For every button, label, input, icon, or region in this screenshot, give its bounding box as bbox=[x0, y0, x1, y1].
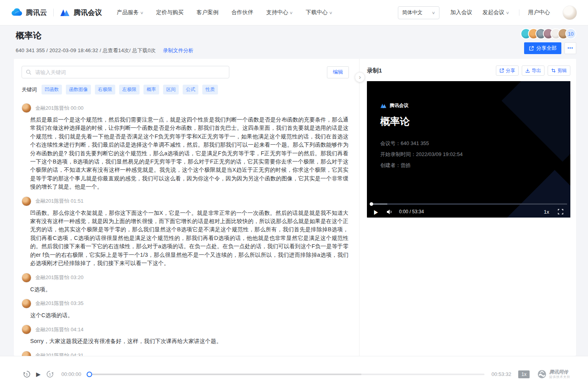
keyword-tag[interactable]: 左极限 bbox=[119, 85, 140, 94]
search-box[interactable] bbox=[22, 66, 229, 78]
fullscreen-icon[interactable] bbox=[558, 209, 563, 214]
speaker-avatar bbox=[22, 299, 31, 309]
video-time: 0:00 / 53:34 bbox=[399, 209, 424, 214]
transcript-panel: 编辑 关键词 凹函数 函数图像 右极限 左极限 概率 区间 公式 性质 金融20… bbox=[14, 59, 359, 356]
video-seek-bar[interactable] bbox=[370, 203, 567, 205]
keyword-tag[interactable]: 凹函数 bbox=[42, 85, 62, 94]
video-controls-right: 1x bbox=[544, 209, 563, 215]
entry-header: 金融201陈晋怡 00:00 bbox=[22, 103, 351, 113]
brand-name: 腾讯同传 bbox=[549, 370, 570, 375]
tencent-meeting-logo[interactable]: 腾讯会议 bbox=[60, 8, 102, 17]
chevron-right-icon: › bbox=[359, 74, 361, 80]
tencent-cloud-logo[interactable]: 腾讯云 bbox=[11, 8, 47, 17]
language-value: 简体中文 bbox=[402, 9, 423, 16]
video-watermark: 腾讯会议 bbox=[380, 102, 408, 109]
keyword-tag[interactable]: 概率 bbox=[143, 85, 159, 94]
brand-cloud-label: 腾讯云 bbox=[26, 8, 47, 17]
entry-text: C选项。 bbox=[30, 285, 348, 294]
search-row: 编辑 bbox=[22, 66, 351, 78]
speaker-and-time: 金融201陈晋怡 03:20 bbox=[35, 274, 83, 281]
transcript-entry[interactable]: 金融201陈晋怡 03:20 C选项。 bbox=[22, 273, 351, 294]
video-creator: 创建者：曾皓 bbox=[380, 162, 411, 169]
transcript-entry[interactable]: 金融201陈晋怡 04:14 Sorry，大家这题我还是没有很准备好，这样，我们… bbox=[22, 325, 351, 345]
recording-meta: 640 341 355 / 2022-03-09 18:46:32 / 总查看1… bbox=[16, 47, 156, 54]
tencent-translate-icon bbox=[537, 370, 546, 379]
entry-header: 金融201陈晋怡 03:20 bbox=[22, 273, 351, 283]
video-speed-button[interactable]: 1x bbox=[544, 209, 549, 215]
keyword-tag[interactable]: 函数图像 bbox=[66, 85, 91, 94]
meeting-icon bbox=[60, 9, 71, 17]
speaker-avatar bbox=[22, 325, 31, 334]
share-button[interactable]: 分享 bbox=[496, 65, 519, 76]
main-content-card: 编辑 关键词 凹函数 函数图像 右极限 左极限 概率 区间 公式 性质 金融20… bbox=[14, 59, 576, 356]
rewind-5-button[interactable]: 5 bbox=[23, 370, 31, 378]
video-panel-header: 录制1 分享 导出 bbox=[359, 59, 576, 80]
brand-text: 腾讯同传 提供技术支持 bbox=[549, 370, 570, 379]
slider-handle[interactable] bbox=[87, 372, 92, 377]
language-select[interactable]: 简体中文 ∨ bbox=[398, 6, 439, 19]
nav-item-products[interactable]: 产品服务∨ bbox=[117, 9, 143, 16]
speaker-and-time: 金融201陈晋怡 00:00 bbox=[35, 105, 83, 112]
user-center-link[interactable]: 用户中心 bbox=[528, 9, 550, 16]
video-play-button[interactable]: ▶ bbox=[374, 208, 378, 215]
search-icon bbox=[26, 69, 31, 75]
collapse-panel-button[interactable]: › bbox=[355, 72, 365, 82]
keyword-tag[interactable]: 区间 bbox=[163, 85, 179, 94]
entry-text: 然后是最后一个是这个规范性，然后我们需要注意一点，就是这四个性质是我们判断一个函… bbox=[30, 116, 348, 191]
video-player[interactable]: 腾讯会议 概率论 会议号：640 341 355 开始录制时间：2022/03/… bbox=[367, 81, 570, 218]
participant-count-badge[interactable]: 10 bbox=[565, 28, 576, 39]
transcript-entry[interactable]: 金融201陈晋怡 04:31 那我们先不看C，我们先来看一下。先来看一下第的话，… bbox=[22, 351, 351, 356]
chevron-down-icon: ∨ bbox=[289, 11, 293, 15]
slider-buffer bbox=[87, 374, 361, 375]
entry-text: 凹函数。那么你这个衣架就是，那你这下面这个一加X，它是一个。就是非常正常的一个一… bbox=[30, 209, 348, 268]
volume-icon[interactable] bbox=[387, 209, 393, 215]
video-controls: ▶ 0:00 / 53:34 1x bbox=[367, 206, 570, 218]
start-meeting-link[interactable]: 发起会议∨ bbox=[483, 9, 509, 16]
nav-item-support[interactable]: 支持中心∨ bbox=[266, 9, 292, 16]
edit-button[interactable]: 编辑 bbox=[327, 66, 349, 78]
nav-item-pricing[interactable]: 定价与购买 bbox=[156, 9, 183, 16]
svg-text:5: 5 bbox=[26, 372, 28, 376]
chevron-down-icon: ∨ bbox=[329, 11, 333, 15]
nav-item-cases[interactable]: 客户案例 bbox=[196, 9, 218, 16]
playback-slider[interactable] bbox=[87, 372, 485, 377]
playback-play-button[interactable]: ▶ bbox=[36, 371, 41, 378]
transcript-entry[interactable]: 金融201陈晋怡 01:51 凹函数。那么你这个衣架就是，那你这下面这个一加X，… bbox=[22, 196, 351, 268]
participant-avatars[interactable]: 10 bbox=[521, 28, 576, 39]
more-actions-button[interactable]: ••• bbox=[564, 42, 576, 54]
file-analysis-link[interactable]: 录制文件分析 bbox=[163, 47, 193, 54]
meta-row: 640 341 355 / 2022-03-09 18:46:32 / 总查看1… bbox=[16, 47, 572, 54]
export-button[interactable]: 导出 bbox=[522, 65, 544, 76]
nav-divider bbox=[519, 9, 519, 16]
keyword-tag[interactable]: 右极限 bbox=[95, 85, 115, 94]
search-input[interactable] bbox=[34, 69, 225, 76]
cloud-icon bbox=[11, 8, 23, 17]
tencent-simultaneous-brand: 腾讯同传 提供技术支持 bbox=[537, 370, 570, 379]
keyword-tag[interactable]: 性质 bbox=[202, 85, 218, 94]
clip-button[interactable]: 剪辑 bbox=[548, 65, 570, 76]
playback-speed-button[interactable]: 1x bbox=[518, 370, 530, 378]
join-meeting-link[interactable]: 加入会议 bbox=[450, 9, 472, 16]
more-icon: ••• bbox=[568, 45, 573, 50]
speaker-avatar bbox=[22, 273, 31, 283]
brand-divider bbox=[53, 9, 54, 16]
nav-item-partners[interactable]: 合作伙伴 bbox=[231, 9, 253, 16]
share-icon bbox=[499, 68, 504, 73]
transcript-entry[interactable]: 金融201陈晋怡 03:35 这个C选项的话。 bbox=[22, 299, 351, 319]
video-brand-label: 腾讯会议 bbox=[390, 102, 408, 109]
video-record-time: 开始录制时间：2022/03/09 19:02:54 bbox=[380, 151, 463, 158]
playback-bar: 5 ▶ 5 00:00:00 00:53:32 1x 腾讯同传 提供技术支持 bbox=[0, 356, 588, 392]
chevron-down-icon: ∨ bbox=[506, 11, 510, 15]
speaker-avatar bbox=[22, 196, 31, 206]
share-icon bbox=[529, 46, 534, 51]
user-avatar[interactable] bbox=[563, 5, 577, 20]
video-seek-handle[interactable] bbox=[370, 202, 373, 206]
total-time: 00:53:32 bbox=[492, 371, 512, 377]
keyword-tag[interactable]: 公式 bbox=[183, 85, 198, 94]
entry-header: 金融201陈晋怡 04:31 bbox=[22, 351, 351, 356]
nav-item-download[interactable]: 下载中心∨ bbox=[306, 9, 332, 16]
forward-5-button[interactable]: 5 bbox=[46, 370, 54, 378]
speaker-avatar bbox=[22, 103, 31, 113]
transcript-entry[interactable]: 金融201陈晋怡 00:00 然后是最后一个是这个规范性，然后我们需要注意一点，… bbox=[22, 103, 351, 191]
share-all-button[interactable]: 分享全部 bbox=[524, 42, 561, 54]
